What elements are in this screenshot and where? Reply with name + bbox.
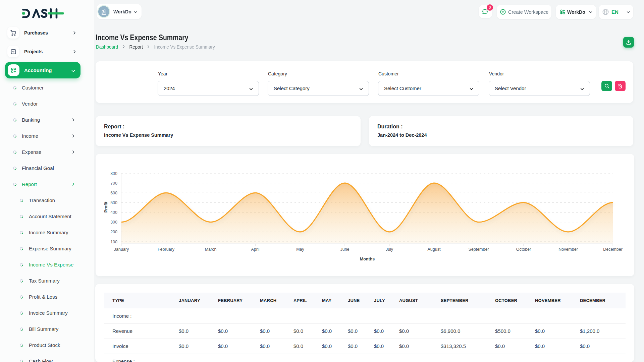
svg-text:July: July — [386, 247, 393, 252]
svg-text:March: March — [205, 247, 217, 252]
svg-text:August: August — [428, 247, 441, 252]
svg-text:October: October — [516, 247, 531, 252]
svg-text:May: May — [296, 247, 304, 252]
svg-text:300: 300 — [110, 220, 117, 225]
svg-text:600: 600 — [110, 191, 117, 195]
svg-text:December: December — [603, 247, 623, 252]
svg-text:Profit: Profit — [104, 201, 108, 213]
svg-text:200: 200 — [110, 230, 117, 234]
svg-text:June: June — [340, 247, 349, 252]
svg-text:100: 100 — [110, 240, 117, 244]
svg-text:February: February — [158, 247, 175, 252]
svg-text:Months: Months — [360, 257, 375, 261]
svg-text:800: 800 — [110, 171, 117, 176]
svg-text:January: January — [114, 247, 129, 252]
svg-text:500: 500 — [110, 200, 117, 205]
svg-text:November: November — [558, 247, 578, 252]
svg-text:April: April — [251, 247, 259, 252]
svg-text:September: September — [468, 247, 489, 252]
svg-text:400: 400 — [110, 210, 117, 215]
svg-text:700: 700 — [110, 181, 117, 186]
